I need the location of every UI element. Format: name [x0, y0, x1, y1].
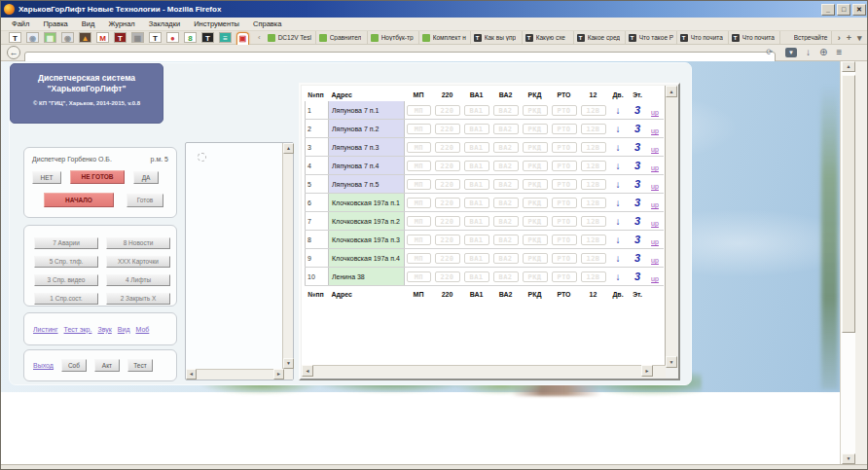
reload-icon[interactable]: ⟳: [766, 48, 773, 56]
pinned-tab[interactable]: ▦: [131, 32, 144, 43]
browser-tab[interactable]: T Какое сред: [574, 31, 626, 44]
pinned-tab[interactable]: T: [9, 32, 21, 43]
browser-tab[interactable]: T Что почита: [729, 31, 780, 44]
scroll-left-icon[interactable]: ◄: [186, 369, 197, 380]
function-button[interactable]: 3 Спр. видео: [34, 274, 98, 286]
panel-link[interactable]: Листинг: [33, 326, 58, 333]
column-header: №пп: [306, 89, 329, 101]
menu-item[interactable]: Правка: [36, 18, 74, 30]
ready-button[interactable]: Готов: [127, 194, 163, 207]
row-up-link[interactable]: up: [651, 183, 659, 190]
row-up-link[interactable]: up: [651, 164, 659, 171]
pocket-icon[interactable]: ▼: [785, 48, 797, 57]
tabs-dropdown-icon[interactable]: ▾: [857, 33, 862, 43]
menu-item[interactable]: Инструменты: [187, 18, 246, 30]
menu-item[interactable]: Справка: [246, 18, 288, 30]
scroll-down-icon[interactable]: ▼: [666, 356, 677, 368]
pinned-tab[interactable]: 8: [184, 32, 197, 43]
panel-link[interactable]: Вид: [118, 326, 130, 333]
maximize-button[interactable]: □: [837, 4, 850, 16]
pinned-tab[interactable]: ▲: [79, 32, 91, 43]
pinned-tab[interactable]: M: [96, 32, 109, 43]
scrollbar-thumb[interactable]: [842, 75, 855, 333]
browser-tab[interactable]: Сравнител: [316, 31, 368, 44]
panel-link[interactable]: Звук: [97, 326, 111, 333]
menu-item[interactable]: Журнал: [101, 18, 141, 30]
status-indicator-va2: ВА2: [493, 142, 519, 153]
no-button[interactable]: НЕТ: [32, 171, 61, 184]
pinned-tab[interactable]: T: [201, 32, 214, 43]
pinned-tab[interactable]: ●: [166, 32, 179, 43]
session-button[interactable]: Тест: [127, 359, 153, 372]
table-vertical-scrollbar[interactable]: ▲ ▼: [665, 86, 677, 368]
menu-item[interactable]: Файл: [5, 18, 36, 30]
pinned-tab[interactable]: T: [114, 32, 127, 43]
status-indicator-rkd: РКД: [523, 161, 548, 171]
scroll-down-icon[interactable]: ▼: [842, 453, 855, 464]
pinned-tab[interactable]: T: [149, 32, 162, 43]
close-button[interactable]: ✕: [852, 4, 866, 16]
browser-tab[interactable]: T Какую схе: [523, 31, 574, 44]
scroll-down-icon[interactable]: ▼: [283, 358, 294, 369]
browser-tab[interactable]: T Что почита: [677, 31, 729, 44]
row-up-link[interactable]: up: [651, 201, 659, 208]
list-horizontal-scrollbar[interactable]: ◄ ►: [186, 369, 284, 380]
function-button[interactable]: 1 Спр.сост.: [34, 293, 98, 305]
scroll-right-icon[interactable]: ►: [273, 369, 284, 380]
session-button[interactable]: Акт: [94, 359, 120, 372]
back-button[interactable]: ←: [7, 46, 20, 59]
function-button[interactable]: XXX Карточки: [106, 256, 170, 268]
pinned-tab[interactable]: ▩: [44, 32, 56, 43]
globe-icon[interactable]: ⊕: [819, 48, 827, 57]
new-tab-button[interactable]: +: [847, 33, 851, 43]
pinned-tab[interactable]: ◉: [61, 32, 74, 43]
browser-tab[interactable]: Ноутбук-тр: [368, 31, 419, 44]
pinned-tab[interactable]: ◉: [26, 32, 39, 43]
list-vertical-scrollbar[interactable]: ▲ ▼: [282, 143, 293, 380]
scroll-left-icon[interactable]: ◄: [302, 365, 313, 377]
tabs-scroll-right-icon[interactable]: ›: [838, 33, 841, 43]
not-ready-button[interactable]: НЕ ГОТОВ: [70, 170, 125, 184]
browser-tab[interactable]: Встречайте UN.: [780, 31, 832, 44]
function-button[interactable]: 5 Спр. тлф.: [34, 256, 98, 268]
scroll-right-icon[interactable]: ►: [641, 365, 653, 377]
exit-link[interactable]: Выход: [33, 362, 54, 369]
menu-item[interactable]: Закладки: [142, 18, 187, 30]
scroll-up-icon[interactable]: ▲: [283, 143, 294, 154]
row-up-link[interactable]: up: [651, 220, 659, 227]
tabs-scroll-left-icon[interactable]: ‹: [254, 33, 265, 42]
function-button[interactable]: 7 Аварии: [34, 237, 98, 249]
pinned-tab[interactable]: ≡: [219, 32, 232, 43]
status-indicator-mp: МП: [407, 198, 431, 208]
browser-tab[interactable]: DC12V Tesl: [265, 31, 316, 44]
row-up-link[interactable]: up: [651, 127, 659, 134]
panel-link[interactable]: Тест экр.: [64, 326, 92, 333]
browser-tab[interactable]: T Как вы упр: [471, 31, 523, 44]
function-button[interactable]: 8 Новости: [106, 237, 170, 249]
row-up-link[interactable]: up: [651, 146, 659, 153]
scroll-up-icon[interactable]: ▲: [842, 61, 855, 72]
row-up-link[interactable]: up: [651, 257, 659, 264]
function-button[interactable]: 2 Закрыть X: [106, 293, 170, 305]
minimize-button[interactable]: _: [821, 4, 835, 16]
column-header: 220: [433, 89, 462, 101]
row-up-link[interactable]: up: [651, 109, 659, 116]
tab-favicon-icon: [371, 34, 379, 42]
scroll-up-icon[interactable]: ▲: [666, 86, 677, 97]
table-horizontal-scrollbar[interactable]: ◄ ►: [302, 365, 666, 378]
browser-tab[interactable]: Комплект н: [419, 31, 471, 44]
session-button[interactable]: Соб: [61, 359, 87, 372]
start-button[interactable]: НАЧАЛО: [44, 193, 114, 207]
yes-button[interactable]: ДА: [133, 171, 159, 184]
pinned-tab[interactable]: ▣: [236, 32, 249, 45]
row-up-link[interactable]: up: [651, 238, 659, 245]
download-icon[interactable]: ↓: [806, 48, 811, 57]
hamburger-menu-icon[interactable]: ≡: [836, 48, 842, 57]
function-button[interactable]: 4 Лифты: [106, 274, 170, 286]
browser-vertical-scrollbar[interactable]: ▲ ▼: [840, 61, 855, 464]
browser-tab[interactable]: T Что такое Р: [626, 31, 677, 44]
row-up-link[interactable]: up: [651, 275, 659, 282]
status-indicator-220: 220: [435, 198, 460, 208]
panel-link[interactable]: Моб: [135, 326, 149, 333]
menu-item[interactable]: Вид: [75, 18, 102, 30]
